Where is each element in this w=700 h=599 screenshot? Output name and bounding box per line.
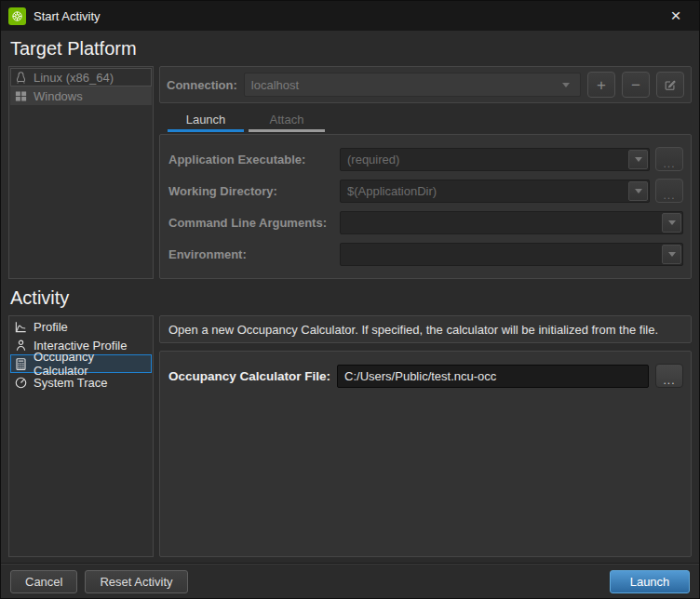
connection-label: Connection: <box>167 78 237 92</box>
occupancy-file-label: Occupancy Calculator File: <box>168 369 330 383</box>
close-icon[interactable]: × <box>660 1 692 31</box>
activity-description: Open a new Occupancy Calculator. If spec… <box>159 315 692 343</box>
target-platform-heading: Target Platform <box>10 38 692 60</box>
connection-value: localhost <box>251 78 299 92</box>
tab-attach-label: Attach <box>270 113 304 126</box>
dialog-content: Target Platform Linux (x86_64) <box>1 31 699 599</box>
tab-launch-label: Launch <box>186 113 226 126</box>
linux-penguin-icon <box>14 71 28 85</box>
titlebar: Start Activity × <box>1 1 699 31</box>
windows-logo-icon <box>14 89 28 103</box>
application-executable-label: Application Executable: <box>168 153 334 166</box>
target-platform-panel: Connection: localhost + − <box>159 66 692 279</box>
gauge-clock-icon <box>14 376 28 390</box>
activity-description-text: Open a new Occupancy Calculator. If spec… <box>168 323 658 337</box>
environment-label: Environment: <box>168 247 334 261</box>
connection-group: Connection: localhost + − <box>159 66 692 103</box>
activity-item-label: Occupancy Calculator <box>34 350 148 378</box>
platform-item-windows[interactable]: Windows <box>10 87 152 105</box>
chevron-down-icon[interactable] <box>628 181 648 201</box>
occupancy-calculator-group: Occupancy Calculator File: ... <box>159 351 692 557</box>
application-executable-combo[interactable]: (required) <box>340 148 650 171</box>
activity-item-label: System Trace <box>34 376 107 390</box>
person-icon <box>14 339 28 353</box>
launch-fields-group: Application Executable: (required) ... W… <box>159 134 692 279</box>
reset-activity-button[interactable]: Reset Activity <box>85 570 187 593</box>
platform-item-label: Windows <box>34 89 83 103</box>
command-line-arguments-combo[interactable] <box>340 211 683 234</box>
command-line-arguments-label: Command Line Arguments: <box>168 216 334 230</box>
start-activity-dialog: Start Activity × Target Platform Linux (… <box>0 0 700 599</box>
connection-dropdown[interactable]: localhost <box>244 73 581 97</box>
application-executable-placeholder: (required) <box>347 153 399 166</box>
chevron-down-icon[interactable] <box>662 245 681 264</box>
activity-list: Profile Interactive Profile <box>8 315 154 557</box>
cancel-button[interactable]: Cancel <box>10 570 77 593</box>
tab-launch-underline <box>168 129 244 132</box>
profile-chart-icon <box>14 320 28 334</box>
application-executable-browse-button[interactable]: ... <box>655 147 683 171</box>
tab-attach-underline <box>249 129 325 132</box>
edit-connection-button[interactable] <box>656 72 684 98</box>
activity-item-occupancy-calculator[interactable]: Occupancy Calculator <box>10 354 152 373</box>
working-directory-combo[interactable]: $(ApplicationDir) <box>340 180 650 203</box>
platform-list: Linux (x86_64) Windows <box>8 66 154 279</box>
occupancy-file-browse-button[interactable]: ... <box>655 364 683 388</box>
working-directory-label: Working Directory: <box>168 184 334 198</box>
activity-panel: Open a new Occupancy Calculator. If spec… <box>159 315 692 557</box>
environment-combo[interactable] <box>340 243 683 266</box>
launch-attach-tabs: Launch Attach <box>168 110 692 132</box>
window-title: Start Activity <box>34 9 101 23</box>
footer-bar: Cancel Reset Activity Launch <box>1 563 699 599</box>
occupancy-file-input[interactable] <box>337 365 649 388</box>
activity-section: Profile Interactive Profile <box>8 315 692 557</box>
environment-row: Environment: <box>168 242 683 266</box>
occupancy-file-row: Occupancy Calculator File: ... <box>168 364 683 388</box>
activity-item-label: Profile <box>34 320 68 334</box>
add-connection-button[interactable]: + <box>587 72 615 98</box>
activity-heading: Activity <box>10 287 692 309</box>
launch-button[interactable]: Launch <box>610 570 690 593</box>
working-directory-row: Working Directory: $(ApplicationDir) ... <box>168 179 683 203</box>
chevron-down-icon[interactable] <box>628 150 648 169</box>
activity-item-profile[interactable]: Profile <box>10 317 152 336</box>
tab-launch[interactable]: Launch <box>168 110 244 132</box>
chevron-down-icon <box>562 83 570 87</box>
tab-attach[interactable]: Attach <box>249 110 325 132</box>
platform-item-label: Linux (x86_64) <box>34 71 114 85</box>
command-line-arguments-row: Command Line Arguments: <box>168 210 683 234</box>
application-executable-row: Application Executable: (required) ... <box>168 147 683 171</box>
nsight-compute-app-icon <box>8 7 26 25</box>
remove-connection-button[interactable]: − <box>622 72 650 98</box>
working-directory-value: $(ApplicationDir) <box>347 184 437 198</box>
platform-item-linux[interactable]: Linux (x86_64) <box>10 68 152 87</box>
edit-pencil-icon <box>664 78 677 91</box>
chevron-down-icon[interactable] <box>662 213 681 233</box>
target-platform-section: Linux (x86_64) Windows Connection: <box>8 66 692 279</box>
calculator-icon <box>14 357 28 371</box>
working-directory-browse-button[interactable]: ... <box>655 179 683 203</box>
